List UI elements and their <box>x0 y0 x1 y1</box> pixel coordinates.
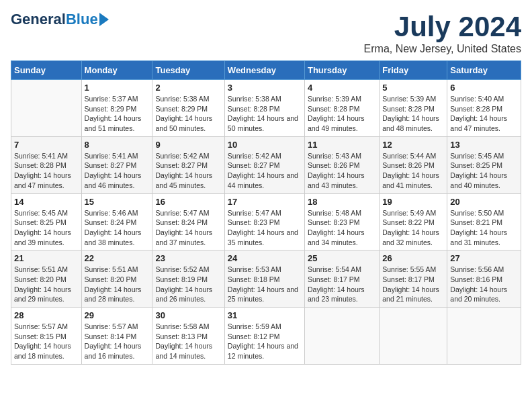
calendar-cell: 6Sunrise: 5:40 AMSunset: 8:28 PMDaylight… <box>447 80 521 137</box>
day-info: Sunrise: 5:58 AMSunset: 8:13 PMDaylight:… <box>155 322 221 361</box>
day-info: Sunrise: 5:53 AMSunset: 8:18 PMDaylight:… <box>228 265 302 304</box>
calendar-cell: 3Sunrise: 5:38 AMSunset: 8:28 PMDaylight… <box>224 80 304 137</box>
col-header-sunday: Sunday <box>11 61 82 80</box>
title-area: July 2024 Erma, New Jersey, United State… <box>364 11 521 55</box>
calendar-cell: 23Sunrise: 5:52 AMSunset: 8:19 PMDayligh… <box>152 250 224 308</box>
day-info: Sunrise: 5:39 AMSunset: 8:28 PMDaylight:… <box>308 94 376 134</box>
calendar-cell: 28Sunrise: 5:57 AMSunset: 8:15 PMDayligh… <box>11 308 82 365</box>
calendar-cell: 22Sunrise: 5:51 AMSunset: 8:20 PMDayligh… <box>81 250 152 308</box>
day-number: 16 <box>155 197 221 207</box>
day-info: Sunrise: 5:48 AMSunset: 8:23 PMDaylight:… <box>308 208 376 248</box>
calendar-cell <box>380 308 447 365</box>
day-info: Sunrise: 5:47 AMSunset: 8:24 PMDaylight:… <box>155 208 221 248</box>
day-number: 11 <box>308 140 376 150</box>
day-info: Sunrise: 5:38 AMSunset: 8:29 PMDaylight:… <box>155 94 221 134</box>
calendar-cell: 1Sunrise: 5:37 AMSunset: 8:29 PMDaylight… <box>81 80 152 137</box>
day-number: 7 <box>14 140 79 150</box>
day-info: Sunrise: 5:49 AMSunset: 8:22 PMDaylight:… <box>382 208 444 248</box>
day-number: 29 <box>85 310 150 320</box>
day-info: Sunrise: 5:41 AMSunset: 8:28 PMDaylight:… <box>14 151 79 191</box>
day-number: 5 <box>382 83 444 93</box>
calendar-cell: 16Sunrise: 5:47 AMSunset: 8:24 PMDayligh… <box>152 193 224 250</box>
day-number: 9 <box>155 140 221 150</box>
col-header-thursday: Thursday <box>304 61 379 80</box>
day-info: Sunrise: 5:51 AMSunset: 8:20 PMDaylight:… <box>14 265 79 304</box>
day-info: Sunrise: 5:51 AMSunset: 8:20 PMDaylight:… <box>85 265 150 304</box>
calendar-cell: 13Sunrise: 5:45 AMSunset: 8:25 PMDayligh… <box>447 136 521 193</box>
day-info: Sunrise: 5:57 AMSunset: 8:14 PMDaylight:… <box>85 322 150 361</box>
calendar-cell: 10Sunrise: 5:42 AMSunset: 8:27 PMDayligh… <box>224 136 304 193</box>
calendar-cell: 5Sunrise: 5:39 AMSunset: 8:28 PMDaylight… <box>380 80 447 137</box>
day-info: Sunrise: 5:56 AMSunset: 8:16 PMDaylight:… <box>450 265 518 304</box>
calendar-cell: 4Sunrise: 5:39 AMSunset: 8:28 PMDaylight… <box>304 80 379 137</box>
day-number: 8 <box>85 140 150 150</box>
day-number: 26 <box>382 253 444 263</box>
logo-blue: Blue <box>66 11 98 28</box>
calendar-row: 28Sunrise: 5:57 AMSunset: 8:15 PMDayligh… <box>11 308 521 365</box>
day-info: Sunrise: 5:41 AMSunset: 8:27 PMDaylight:… <box>85 151 150 191</box>
day-info: Sunrise: 5:50 AMSunset: 8:21 PMDaylight:… <box>450 208 518 248</box>
day-number: 15 <box>85 197 150 207</box>
day-number: 19 <box>382 197 444 207</box>
calendar-cell: 2Sunrise: 5:38 AMSunset: 8:29 PMDaylight… <box>152 80 224 137</box>
day-number: 14 <box>14 197 79 207</box>
calendar-cell: 17Sunrise: 5:47 AMSunset: 8:23 PMDayligh… <box>224 193 304 250</box>
day-number: 30 <box>155 310 221 320</box>
day-number: 6 <box>450 83 518 93</box>
day-number: 4 <box>308 83 376 93</box>
col-header-monday: Monday <box>81 61 152 80</box>
day-info: Sunrise: 5:38 AMSunset: 8:28 PMDaylight:… <box>228 94 302 134</box>
calendar-cell: 20Sunrise: 5:50 AMSunset: 8:21 PMDayligh… <box>447 193 521 250</box>
calendar-cell <box>447 308 521 365</box>
day-info: Sunrise: 5:54 AMSunset: 8:17 PMDaylight:… <box>308 265 376 304</box>
day-number: 27 <box>450 253 518 263</box>
col-header-friday: Friday <box>380 61 447 80</box>
day-info: Sunrise: 5:39 AMSunset: 8:28 PMDaylight:… <box>382 94 444 134</box>
day-info: Sunrise: 5:45 AMSunset: 8:25 PMDaylight:… <box>450 151 518 191</box>
logo: General Blue <box>11 11 109 28</box>
day-number: 3 <box>228 83 302 93</box>
main-title: July 2024 <box>364 11 521 43</box>
day-number: 20 <box>450 197 518 207</box>
day-number: 18 <box>308 197 376 207</box>
col-header-tuesday: Tuesday <box>152 61 224 80</box>
day-info: Sunrise: 5:47 AMSunset: 8:23 PMDaylight:… <box>228 208 302 248</box>
day-info: Sunrise: 5:43 AMSunset: 8:26 PMDaylight:… <box>308 151 376 191</box>
day-number: 1 <box>85 83 150 93</box>
day-info: Sunrise: 5:40 AMSunset: 8:28 PMDaylight:… <box>450 94 518 134</box>
calendar-cell: 31Sunrise: 5:59 AMSunset: 8:12 PMDayligh… <box>224 308 304 365</box>
calendar-cell: 29Sunrise: 5:57 AMSunset: 8:14 PMDayligh… <box>81 308 152 365</box>
day-info: Sunrise: 5:42 AMSunset: 8:27 PMDaylight:… <box>155 151 221 191</box>
calendar-cell <box>304 308 379 365</box>
logo-arrow-icon <box>99 13 109 26</box>
day-number: 12 <box>382 140 444 150</box>
calendar-cell: 15Sunrise: 5:46 AMSunset: 8:24 PMDayligh… <box>81 193 152 250</box>
calendar-cell: 24Sunrise: 5:53 AMSunset: 8:18 PMDayligh… <box>224 250 304 308</box>
day-number: 17 <box>228 197 302 207</box>
day-number: 13 <box>450 140 518 150</box>
day-number: 10 <box>228 140 302 150</box>
calendar-cell: 12Sunrise: 5:44 AMSunset: 8:26 PMDayligh… <box>380 136 447 193</box>
day-number: 2 <box>155 83 221 93</box>
logo-general: General <box>11 11 66 28</box>
day-info: Sunrise: 5:59 AMSunset: 8:12 PMDaylight:… <box>228 322 302 361</box>
calendar-cell: 7Sunrise: 5:41 AMSunset: 8:28 PMDaylight… <box>11 136 82 193</box>
calendar-cell: 8Sunrise: 5:41 AMSunset: 8:27 PMDaylight… <box>81 136 152 193</box>
day-info: Sunrise: 5:55 AMSunset: 8:17 PMDaylight:… <box>382 265 444 304</box>
day-number: 31 <box>228 310 302 320</box>
day-number: 24 <box>228 253 302 263</box>
calendar-cell: 25Sunrise: 5:54 AMSunset: 8:17 PMDayligh… <box>304 250 379 308</box>
header: General Blue July 2024 Erma, New Jersey,… <box>11 11 521 55</box>
day-info: Sunrise: 5:45 AMSunset: 8:25 PMDaylight:… <box>14 208 79 248</box>
calendar-row: 14Sunrise: 5:45 AMSunset: 8:25 PMDayligh… <box>11 193 521 250</box>
calendar-cell <box>11 80 82 137</box>
calendar-cell: 9Sunrise: 5:42 AMSunset: 8:27 PMDaylight… <box>152 136 224 193</box>
header-row: SundayMondayTuesdayWednesdayThursdayFrid… <box>11 61 521 80</box>
day-number: 23 <box>155 253 221 263</box>
day-number: 21 <box>14 253 79 263</box>
calendar-cell: 18Sunrise: 5:48 AMSunset: 8:23 PMDayligh… <box>304 193 379 250</box>
calendar-table: SundayMondayTuesdayWednesdayThursdayFrid… <box>11 60 521 365</box>
calendar-cell: 26Sunrise: 5:55 AMSunset: 8:17 PMDayligh… <box>380 250 447 308</box>
day-info: Sunrise: 5:44 AMSunset: 8:26 PMDaylight:… <box>382 151 444 191</box>
calendar-row: 7Sunrise: 5:41 AMSunset: 8:28 PMDaylight… <box>11 136 521 193</box>
